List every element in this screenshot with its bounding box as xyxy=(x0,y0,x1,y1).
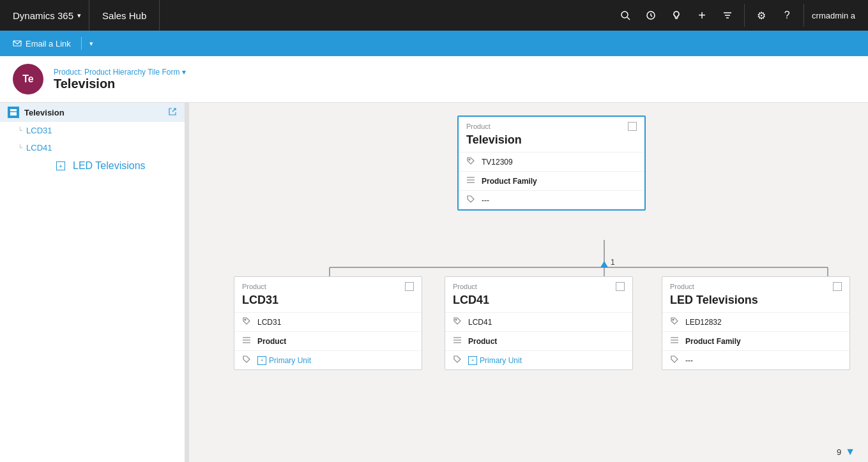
gear-icon[interactable]: ⚙ xyxy=(750,4,773,27)
card-label-television: Product xyxy=(466,123,491,130)
card-row-tv-extra: --- xyxy=(459,190,644,209)
module-label: Sales Hub xyxy=(89,0,160,31)
tag-icon-led xyxy=(670,317,680,327)
sidebar-link-led-televisions[interactable]: LED Televisions xyxy=(73,160,146,172)
card-row-lcd31-id: LCD31 xyxy=(234,312,422,331)
svg-point-30 xyxy=(673,319,674,320)
card-lcd41[interactable]: Product LCD41 LCD41 Product xyxy=(445,276,633,370)
record-form-name[interactable]: Product: Product Hierarchy Tile Form ▾ xyxy=(54,68,186,77)
toolbar: Email a Link ▾ xyxy=(0,31,868,56)
list-icon-lcd31 xyxy=(242,336,252,346)
card-row-tv-id: TV12309 xyxy=(459,152,644,171)
record-info: Product: Product Hierarchy Tile Form ▾ T… xyxy=(54,68,186,91)
card-title-lcd31: LCD31 xyxy=(234,294,422,312)
svg-point-26 xyxy=(455,319,457,320)
card-checkbox-television[interactable] xyxy=(628,122,637,131)
record-header: Te Product: Product Hierarchy Tile Form … xyxy=(0,56,868,103)
sidebar-item-lcd31[interactable]: └ LCD31 xyxy=(18,122,185,139)
card-label-led: Product xyxy=(670,283,694,290)
svg-marker-13 xyxy=(600,261,608,267)
sidebar-item-lcd41[interactable]: └ LCD41 xyxy=(18,139,185,156)
tag-icon-lcd31-unit xyxy=(242,355,252,366)
brand-chevron: ▾ xyxy=(77,11,81,20)
card-label-lcd41: Product xyxy=(453,283,477,290)
sidebar-link-lcd41[interactable]: LCD41 xyxy=(26,143,52,153)
card-led-televisions[interactable]: Product LED Televisions LED12832 Pr xyxy=(662,276,850,370)
card-checkbox-led[interactable] xyxy=(833,282,842,291)
card-row-tv-type: Product Family xyxy=(459,171,644,190)
pagination: 9 ▼ xyxy=(837,446,855,458)
tag-icon-lcd41-unit xyxy=(453,355,463,366)
hierarchy-canvas: 1 Product Television TV12309 xyxy=(189,103,868,462)
external-link-icon[interactable] xyxy=(168,107,177,118)
list-icon-lcd41 xyxy=(453,336,463,346)
sidebar-connector-line-lcd41: └ xyxy=(18,144,22,151)
brand-label: Dynamics 365 xyxy=(13,10,73,21)
card-value-tv-extra: --- xyxy=(482,196,489,205)
user-label: crmadmin a xyxy=(804,11,863,20)
svg-point-18 xyxy=(469,159,470,160)
link-box-icon-lcd31: + xyxy=(257,356,266,365)
card-title-led: LED Televisions xyxy=(662,294,849,312)
filter-icon[interactable] xyxy=(716,4,739,27)
card-value-lcd41-id: LCD41 xyxy=(468,318,492,327)
sidebar: Television └ LCD31 └ LCD41 + LED Televis xyxy=(0,103,185,462)
toolbar-separator xyxy=(81,37,82,50)
link-box-icon-lcd41: + xyxy=(468,356,477,365)
root-icon xyxy=(8,107,19,118)
page-number: 9 xyxy=(837,447,841,457)
card-row-lcd31-unit: + Primary Unit xyxy=(234,350,422,369)
tag-icon-lcd31 xyxy=(242,317,252,327)
card-checkbox-lcd31[interactable] xyxy=(405,282,414,291)
card-row-lcd31-type: Product xyxy=(234,331,422,350)
tag-icon-tv2 xyxy=(466,195,476,205)
card-value-tv-id: TV12309 xyxy=(482,158,513,167)
card-value-lcd41-type: Product xyxy=(468,337,497,346)
card-header-led: Product xyxy=(662,277,849,294)
tag-icon-tv xyxy=(466,156,476,167)
card-checkbox-lcd41[interactable] xyxy=(616,282,625,291)
card-value-lcd31-type: Product xyxy=(257,337,286,346)
sidebar-indent-lcd31: └ LCD31 xyxy=(18,122,185,139)
page-arrow-down[interactable]: ▼ xyxy=(845,446,855,458)
toolbar-dropdown[interactable]: ▾ xyxy=(87,37,96,50)
lightbulb-icon[interactable] xyxy=(665,4,688,27)
list-icon-tv xyxy=(466,175,476,186)
card-value-led-id: LED12832 xyxy=(685,318,722,327)
top-nav: Dynamics 365 ▾ Sales Hub + ⚙ xyxy=(0,0,868,31)
brand-area[interactable]: Dynamics 365 ▾ xyxy=(5,0,89,31)
svg-text:1: 1 xyxy=(611,258,615,267)
svg-point-22 xyxy=(245,319,246,320)
card-row-led-id: LED12832 xyxy=(662,312,849,331)
svg-point-0 xyxy=(621,11,628,18)
svg-rect-8 xyxy=(10,109,17,116)
list-icon-led xyxy=(670,336,680,346)
plus-nav-icon[interactable]: + xyxy=(690,4,713,27)
help-icon[interactable]: ? xyxy=(775,4,798,27)
sidebar-link-lcd31[interactable]: LCD31 xyxy=(26,126,52,135)
card-title-television: Television xyxy=(459,133,644,152)
record-title: Television xyxy=(54,77,186,91)
search-icon[interactable] xyxy=(614,4,637,27)
card-value-tv-type: Product Family xyxy=(482,177,537,186)
sidebar-indent-led: + LED Televisions xyxy=(28,156,185,175)
sidebar-item-television[interactable]: Television xyxy=(0,103,185,122)
svg-line-1 xyxy=(627,17,630,20)
card-value-led-extra: --- xyxy=(685,356,693,365)
sidebar-connector-line-lcd31: └ xyxy=(18,127,22,134)
card-link-lcd41-unit[interactable]: + Primary Unit xyxy=(468,356,522,365)
tag-icon-lcd41 xyxy=(453,317,463,327)
card-television[interactable]: Product Television TV12309 Product xyxy=(457,116,646,211)
card-row-lcd41-id: LCD41 xyxy=(445,312,632,331)
card-label-lcd31: Product xyxy=(242,283,266,290)
sidebar-plus-icon: + xyxy=(56,161,65,170)
email-link-button[interactable]: Email a Link xyxy=(8,36,76,51)
sidebar-root-label: Television xyxy=(24,108,65,117)
recent-icon[interactable] xyxy=(639,4,662,27)
main-layout: Television └ LCD31 └ LCD41 + LED Televis xyxy=(0,103,868,462)
nav-icons-group: + xyxy=(609,4,745,27)
card-lcd31[interactable]: Product LCD31 LCD31 Product xyxy=(234,276,422,370)
card-link-lcd31-unit[interactable]: + Primary Unit xyxy=(257,356,311,365)
card-header-television: Product xyxy=(459,117,644,133)
sidebar-indent-lcd41: └ LCD41 xyxy=(18,139,185,156)
